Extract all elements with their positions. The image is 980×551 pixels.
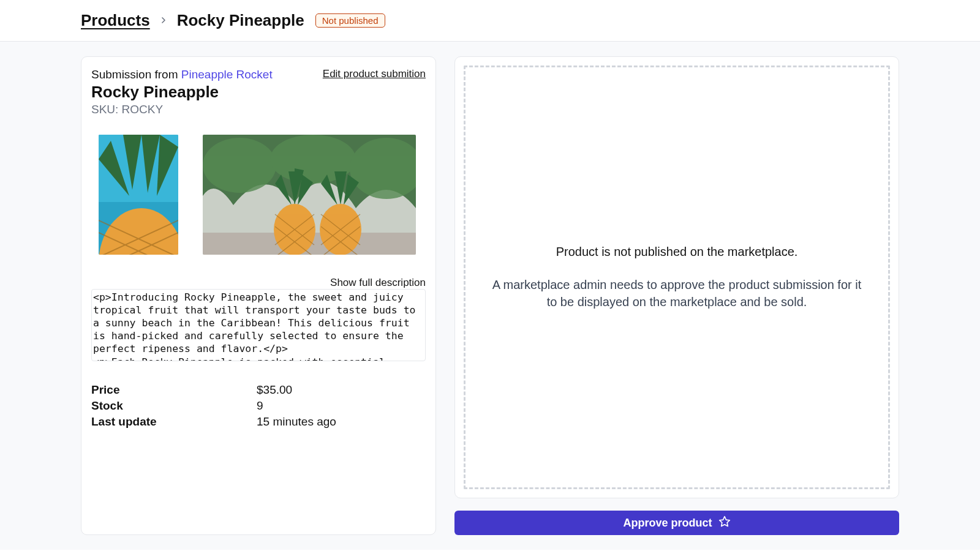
publish-status-card: Product is not published on the marketpl… <box>454 56 899 498</box>
publish-status-sub: A marketplace admin needs to approve the… <box>490 276 864 310</box>
product-images <box>91 135 426 255</box>
product-submission-card: Submission from Pineapple Rocket Edit pr… <box>81 56 436 535</box>
chevron-right-icon <box>159 13 168 29</box>
product-image-1[interactable] <box>99 135 178 255</box>
stock-label: Stock <box>91 399 257 413</box>
product-image-2[interactable] <box>203 135 416 255</box>
submission-prefix: Submission from <box>91 68 181 81</box>
svg-point-8 <box>203 138 276 193</box>
publish-status-inner: Product is not published on the marketpl… <box>464 66 890 489</box>
edit-submission-link[interactable]: Edit product submition <box>323 68 426 80</box>
description-raw: <p>Introducing Rocky Pineapple, the swee… <box>91 289 426 361</box>
breadcrumb-current: Rocky Pineapple <box>177 11 304 30</box>
submission-from: Submission from Pineapple Rocket <box>91 68 273 81</box>
approve-button-label: Approve product <box>623 517 712 530</box>
breadcrumb-bar: Products Rocky Pineapple Not published <box>0 0 980 42</box>
price-value: $35.00 <box>257 383 426 397</box>
star-icon <box>718 515 731 531</box>
show-full-description[interactable]: Show full description <box>91 277 426 289</box>
vendor-link[interactable]: Pineapple Rocket <box>181 68 273 81</box>
breadcrumb-root[interactable]: Products <box>81 11 150 30</box>
product-title: Rocky Pineapple <box>91 83 426 102</box>
publish-status-title: Product is not published on the marketpl… <box>556 245 798 259</box>
price-label: Price <box>91 383 257 397</box>
product-sku: SKU: ROCKY <box>91 103 426 116</box>
approve-product-button[interactable]: Approve product <box>454 511 899 535</box>
svg-marker-22 <box>719 516 729 526</box>
updated-value: 15 minutes ago <box>257 415 426 429</box>
updated-label: Last update <box>91 415 257 429</box>
stock-value: 9 <box>257 399 426 413</box>
status-badge: Not published <box>315 13 385 28</box>
